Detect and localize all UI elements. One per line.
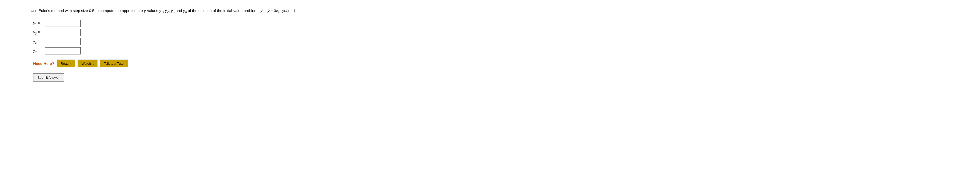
input-row-y3: y3 =	[33, 38, 972, 45]
label-y1: y1 =	[33, 21, 43, 26]
submit-answer-button[interactable]: Submit Answer	[33, 73, 64, 82]
input-row-y1: y1 =	[33, 20, 972, 27]
input-row-y4: y4 =	[33, 47, 972, 55]
input-y2[interactable]	[45, 29, 81, 36]
input-row-y2: y2 =	[33, 29, 972, 36]
watch-it-button[interactable]: Watch It	[78, 59, 97, 67]
read-it-button[interactable]: Read It	[57, 59, 75, 67]
submit-row: Submit Answer	[33, 73, 972, 82]
input-y3[interactable]	[45, 38, 81, 45]
page-container: Use Euler's method with step size 0.5 to…	[0, 0, 980, 180]
talk-to-tutor-button[interactable]: Talk to a Tutor	[100, 59, 129, 67]
label-y3: y3 =	[33, 39, 43, 44]
help-row: Need Help? Read It Watch It Talk to a Tu…	[33, 59, 972, 67]
problem-statement: Use Euler's method with step size 0.5 to…	[30, 5, 972, 14]
label-y2: y2 =	[33, 30, 43, 35]
label-y4: y4 =	[33, 48, 43, 53]
need-help-label: Need Help?	[33, 61, 54, 66]
content-area: Use Euler's method with step size 0.5 to…	[0, 0, 980, 180]
input-y4[interactable]	[45, 47, 81, 55]
input-y1[interactable]	[45, 20, 81, 27]
input-rows: y1 = y2 = y3 = y4 =	[33, 20, 972, 55]
